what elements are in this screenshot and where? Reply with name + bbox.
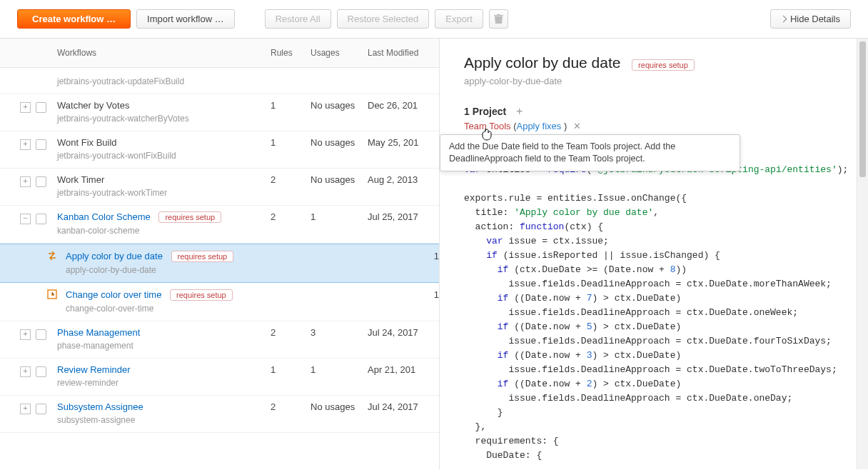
workflow-title: Work Timer — [57, 174, 271, 185]
workflow-title[interactable]: Kanban Color Scheme — [57, 211, 151, 222]
workflow-id: kanban-color-scheme — [57, 226, 271, 236]
add-project-button[interactable]: + — [516, 105, 523, 118]
rules-cell: 1 — [271, 100, 311, 124]
usages-cell: 1 — [434, 289, 439, 314]
swap-icon — [47, 251, 57, 261]
scrollbar-thumb[interactable] — [859, 41, 866, 177]
expand-icon[interactable]: + — [20, 329, 31, 340]
chevron-right-icon — [779, 16, 787, 23]
workflow-id: jetbrains-youtrack-workTimer — [57, 188, 271, 198]
workflow-row-expanded[interactable]: – Kanban Color Scheme requires setup kan… — [0, 206, 439, 244]
usages-cell: 1 — [311, 364, 368, 388]
col-usages[interactable]: Usages — [311, 48, 368, 58]
workflow-title[interactable]: Review Reminder — [57, 364, 271, 375]
requires-setup-badge: requires setup — [171, 251, 234, 262]
hide-details-label: Hide Details — [790, 14, 840, 24]
rule-id: apply-color-by-due-date — [66, 265, 434, 275]
workflow-id: jetbrains-youtrack-watcherByVotes — [57, 114, 271, 124]
restore-all-button[interactable]: Restore All — [265, 9, 331, 29]
trash-icon — [494, 14, 503, 24]
workflow-row[interactable]: + Subsystem Assignee subsystem-assignee … — [0, 396, 439, 433]
workflow-row[interactable]: + Work Timer jetbrains-youtrack-workTime… — [0, 169, 439, 206]
workflow-id: review-reminder — [57, 378, 271, 388]
checkbox[interactable] — [36, 404, 46, 414]
date-cell: Jul 24, 2017 — [368, 401, 439, 425]
date-cell: Jul 25, 2017 — [368, 211, 439, 236]
date-cell: Jul 24, 2017 — [368, 327, 439, 351]
rule-row-selected[interactable]: Apply color by due date requires setup a… — [0, 244, 439, 283]
date-cell: May 25, 201 — [368, 137, 439, 161]
usages-cell: No usages — [311, 174, 368, 198]
expand-icon[interactable]: + — [20, 139, 31, 150]
detail-title: Apply color by due date — [464, 54, 620, 71]
create-workflow-button[interactable]: Create workflow … — [17, 9, 131, 29]
workflow-id: subsystem-assignee — [57, 415, 271, 425]
usages-cell: No usages — [311, 401, 368, 425]
expand-icon[interactable]: + — [20, 366, 31, 377]
import-workflow-button[interactable]: Import workflow … — [136, 9, 235, 29]
rules-cell: 2 — [271, 174, 311, 198]
rules-cell: 1 — [271, 137, 311, 161]
requires-setup-badge: requires setup — [632, 59, 695, 71]
workflow-row[interactable]: jetbrains-youtrack-updateFixBuild — [0, 68, 439, 94]
workflow-title: Watcher by Votes — [57, 100, 271, 111]
collapse-icon[interactable]: – — [20, 214, 31, 224]
workflow-row[interactable]: + Wont Fix Build jetbrains-youtrack-wont… — [0, 131, 439, 169]
usages-cell: 3 — [311, 327, 368, 351]
code-viewer[interactable]: var entities = require('@jetbrains/youtr… — [464, 163, 868, 463]
checkbox[interactable] — [36, 139, 46, 150]
date-cell: Apr 21, 201 — [368, 364, 439, 388]
date-cell: Aug 2, 2013 — [368, 174, 439, 198]
workflow-id: jetbrains-youtrack-updateFixBuild — [57, 76, 271, 86]
date-cell: Dec 26, 201 — [368, 100, 439, 124]
project-count: 1 Project — [464, 106, 506, 117]
usages-cell: 1 — [311, 211, 368, 236]
checkbox[interactable] — [36, 366, 46, 377]
detail-pane: Apply color by due date requires setup a… — [439, 39, 868, 469]
col-rules[interactable]: Rules — [271, 48, 311, 58]
rule-row[interactable]: Change color over time requires setup ch… — [0, 283, 439, 321]
expand-icon[interactable]: + — [20, 404, 31, 414]
list-header: Workflows Rules Usages Last Modified — [0, 39, 439, 68]
delete-button[interactable] — [489, 9, 508, 29]
workflow-title[interactable]: Phase Management — [57, 327, 271, 338]
detail-id: apply-color-by-due-date — [464, 76, 868, 86]
requires-setup-badge: requires setup — [170, 289, 233, 301]
restore-selected-button[interactable]: Restore Selected — [337, 9, 430, 29]
paren: ) — [561, 121, 567, 131]
workflow-id: phase-management — [57, 341, 271, 351]
workflow-title[interactable]: Subsystem Assignee — [57, 401, 271, 412]
col-name[interactable]: Workflows — [57, 48, 271, 58]
apply-fixes-link[interactable]: Apply fixes — [516, 121, 561, 131]
workflow-list: Workflows Rules Usages Last Modified jet… — [0, 39, 439, 469]
col-last-modified[interactable]: Last Modified — [368, 48, 439, 58]
workflow-title: Wont Fix Build — [57, 137, 271, 148]
checkbox[interactable] — [36, 214, 46, 224]
rule-id: change-color-over-time — [66, 304, 434, 314]
checkbox[interactable] — [36, 176, 46, 187]
rules-cell: 2 — [271, 327, 311, 351]
scrollbar[interactable] — [857, 39, 868, 469]
requires-setup-badge: requires setup — [158, 211, 221, 223]
expand-icon[interactable]: + — [20, 102, 31, 113]
checkbox[interactable] — [36, 102, 46, 113]
clock-icon — [47, 289, 57, 299]
rule-title[interactable]: Change color over time — [66, 289, 161, 300]
rules-cell: 2 — [271, 211, 311, 236]
export-button[interactable]: Export — [435, 9, 483, 29]
usages-cell: 1 — [434, 251, 439, 275]
usages-cell: No usages — [311, 137, 368, 161]
expand-icon[interactable]: + — [20, 176, 31, 187]
hide-details-button[interactable]: Hide Details — [770, 9, 851, 29]
workflow-row[interactable]: + Review Reminder review-reminder 1 1 Ap… — [0, 359, 439, 396]
workflow-row[interactable]: + Watcher by Votes jetbrains-youtrack-wa… — [0, 94, 439, 131]
workflow-row[interactable]: + Phase Management phase-management 2 3 … — [0, 321, 439, 359]
project-link[interactable]: Team Tools — [464, 121, 511, 131]
checkbox[interactable] — [36, 329, 46, 340]
workflow-id: jetbrains-youtrack-wontFixBuild — [57, 151, 271, 161]
tooltip: Add the Due Date field to the Team Tools… — [440, 134, 740, 171]
rules-cell: 2 — [271, 401, 311, 425]
remove-project-icon[interactable]: ✕ — [573, 121, 581, 131]
rule-title[interactable]: Apply color by due date — [66, 251, 163, 261]
rules-cell: 1 — [271, 364, 311, 388]
